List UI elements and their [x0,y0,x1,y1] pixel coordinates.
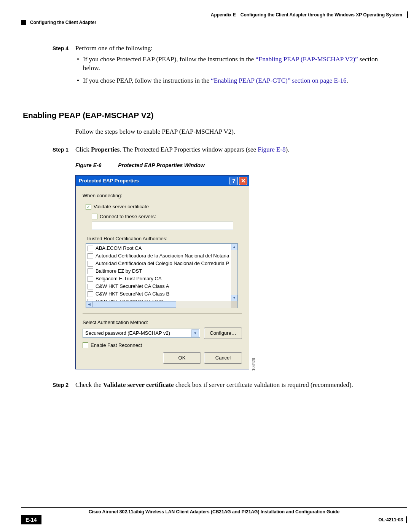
header-title: Configuring the Client Adapter through t… [241,12,402,18]
trusted-root-listbox[interactable]: ABA.ECOM Root CA Autoridad Certificadora… [86,243,238,308]
running-header: Appendix E Configuring the Client Adapte… [0,11,411,18]
figure-number: Figure E-6 [75,162,101,168]
btn-label: Cancel [215,355,231,361]
section-marker-icon [21,20,26,25]
listbox-rows: ABA.ECOM Root CA Autoridad Certificadora… [86,244,237,305]
ca-name: ABA.ECOM Root CA [96,245,142,252]
ca-name: Autoridad Certificadora de la Asociacion… [96,252,229,259]
page-footer: Cisco Aironet 802.11a/b/g Wireless LAN C… [0,507,411,524]
section-heading: Enabling PEAP (EAP-MSCHAP V2) [23,110,388,121]
connect-servers-label: Connect to these servers: [100,213,156,220]
trusted-root-block: Trusted Root Certification Authorities: … [86,235,242,308]
dialog-titlebar[interactable]: Protected EAP Properties ? ✕ [76,176,249,186]
scroll-down-icon[interactable]: ▼ [231,295,237,301]
text: Click [75,146,91,153]
link-figure-e8[interactable]: Figure E-8 [258,146,285,153]
link-enabling-gtc[interactable]: “Enabling PEAP (EAP-GTC)” section on pag… [211,77,346,84]
when-connecting-label: When connecting: [83,192,242,199]
step-2: Step 2 Check the Validate server certifi… [23,381,388,390]
connect-servers-block: Connect to these servers: [92,213,242,230]
scroll-thumb[interactable] [92,301,176,308]
footer-row: E-14 OL-4211-03 [21,515,407,524]
step-body: Check the Validate server certificate ch… [75,381,388,390]
spacer [23,128,75,136]
step-body: Click Properties. The Protected EAP Prop… [75,145,388,173]
figure-title: Protected EAP Properties Window [118,162,204,168]
subheader-text: Configuring the Client Adapter [30,20,96,25]
checkbox-icon[interactable] [92,214,97,219]
subheader: Configuring the Client Adapter [0,18,411,25]
ca-row[interactable]: ABA.ECOM Root CA [88,244,237,252]
help-button[interactable]: ? [229,177,238,185]
checkbox-icon[interactable] [88,246,93,251]
checkbox-icon[interactable] [88,284,93,289]
close-button[interactable]: ✕ [239,177,247,185]
divider [83,313,242,314]
connect-servers-row[interactable]: Connect to these servers: [92,213,242,220]
validate-server-row[interactable]: Validate server certificate [86,203,242,210]
ca-row[interactable]: Autoridad Certificadora del Colegio Naci… [88,260,237,267]
scroll-left-icon[interactable]: ◀ [86,301,92,308]
auth-method-row: Secured password (EAP-MSCHAP v2) ▼ Confi… [83,328,242,339]
content-area: Step 4 Perform one of the following: If … [0,25,411,390]
checkbox-icon[interactable] [88,268,93,274]
link-enabling-mschap[interactable]: “Enabling PEAP (EAP-MSCHAP V2)” [256,56,358,63]
ca-row[interactable]: C&W HKT SecureNet CA Class A [88,283,237,290]
bold-validate: Validate server certificate [103,381,174,388]
footer-guide-title: Cisco Aironet 802.11a/b/g Wireless LAN C… [21,508,407,515]
ca-row[interactable]: Autoridad Certificadora de la Asociacion… [88,252,237,260]
bold-properties: Properties [91,146,119,153]
ca-name: Baltimore EZ by DST [96,268,142,275]
validate-server-label: Validate server certificate [94,203,149,210]
configure-button[interactable]: Configure… [204,328,242,339]
checkbox-icon[interactable] [88,276,93,282]
page-number-badge: E-14 [21,515,41,524]
checkbox-icon[interactable] [83,342,88,348]
document-page: Appendix E Configuring the Client Adapte… [0,0,411,532]
checkbox-icon[interactable] [88,261,93,267]
ca-name: C&W HKT SecureNet CA Class A [96,283,169,290]
appendix-label: Appendix E [211,12,236,18]
checkbox-icon[interactable] [88,253,93,259]
ca-name: Autoridad Certificadora del Colegio Naci… [96,260,229,267]
scroll-up-icon[interactable]: ▲ [231,244,237,250]
text: If you chose Protected EAP (PEAP), follo… [83,56,256,63]
step4-intro: Perform one of the following: [75,45,153,52]
header-bar-icon [407,11,408,18]
dialog-buttons: OK Cancel [83,352,242,364]
servers-input[interactable] [92,222,233,230]
section-intro: Follow the steps below to enable PEAP (E… [75,128,388,136]
dialog-title: Protected EAP Properties [79,177,228,184]
btn-label: Configure… [210,330,236,337]
scrollbar-vertical[interactable]: ▲ ▼ [231,244,237,301]
chevron-down-icon[interactable]: ▼ [191,329,199,337]
select-auth-label: Select Authentication Method: [83,319,242,326]
ca-row[interactable]: Belgacom E-Trust Primary CA [88,275,237,283]
figure-caption: Figure E-6 Protected EAP Properties Wind… [75,162,388,169]
checkbox-icon[interactable] [88,291,93,297]
scroll-corner [231,301,237,308]
step-1: Step 1 Click Properties. The Protected E… [23,145,388,173]
text: Check the [75,381,103,388]
cancel-button[interactable]: Cancel [204,352,242,364]
trusted-root-label: Trusted Root Certification Authorities: [86,235,242,242]
ok-button[interactable]: OK [163,352,201,364]
text: . The Protected EAP Properties window ap… [119,146,258,153]
step-4: Step 4 Perform one of the following: If … [23,44,388,89]
bullet-2: If you chose PEAP, follow the instructio… [75,77,388,85]
text: If you chose PEAP, follow the instructio… [83,77,211,84]
fast-reconnect-row[interactable]: Enable Fast Reconnect [83,342,242,349]
ca-row[interactable]: C&W HKT SecureNet CA Class B [88,290,237,298]
step-label: Step 4 [23,44,75,89]
fast-reconnect-label: Enable Fast Reconnect [91,342,142,349]
ca-name: Belgacom E-Trust Primary CA [96,275,162,282]
doc-id: OL-4211-03 [378,516,407,523]
section-intro-row: Follow the steps below to enable PEAP (E… [23,128,388,136]
text: check box if server certificate validati… [174,381,353,388]
step-label: Step 1 [23,145,75,173]
step4-bullets: If you chose Protected EAP (PEAP), follo… [75,55,388,85]
checkbox-icon[interactable] [86,204,91,210]
step-label: Step 2 [23,381,75,390]
auth-method-select[interactable]: Secured password (EAP-MSCHAP v2) ▼ [83,329,200,338]
ca-row[interactable]: Baltimore EZ by DST [88,267,237,275]
